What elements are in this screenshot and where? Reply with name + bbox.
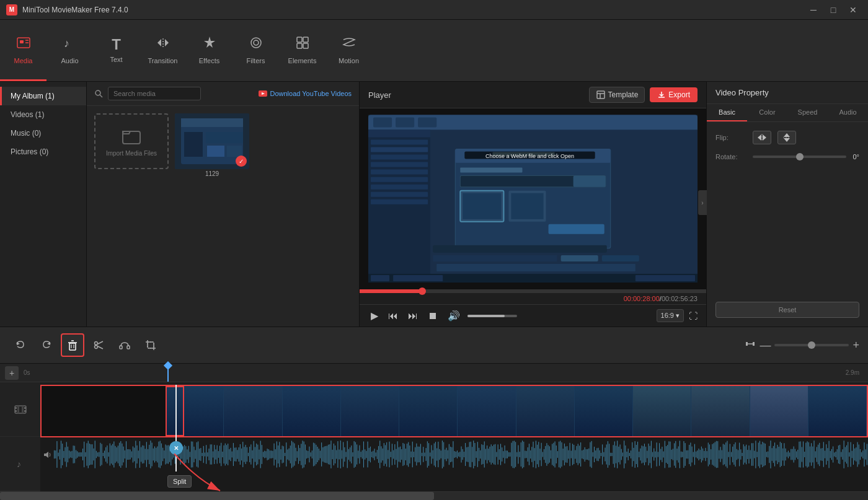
svg-rect-227: [219, 445, 220, 463]
media-item-1129[interactable]: ✓ 1129: [175, 113, 249, 319]
svg-rect-538: [642, 445, 642, 463]
svg-rect-509: [602, 444, 603, 464]
property-tab-basic[interactable]: Basic: [707, 104, 747, 121]
svg-rect-115: [68, 447, 68, 462]
crop-button[interactable]: [139, 333, 162, 357]
playhead[interactable]: [167, 364, 169, 382]
svg-rect-435: [502, 447, 502, 462]
svg-rect-644: [786, 449, 786, 460]
scissors-button[interactable]: [87, 333, 110, 357]
reset-button[interactable]: Reset: [715, 302, 859, 318]
svg-rect-547: [653, 449, 654, 461]
template-button[interactable]: Template: [589, 87, 645, 103]
minimize-button[interactable]: ─: [805, 4, 822, 16]
sidebar: My Album (1) Videos (1) Music (0) Pictur…: [0, 82, 87, 327]
toolbar-audio[interactable]: ♪ Audio: [46, 20, 93, 81]
svg-rect-289: [304, 442, 304, 468]
export-icon: [657, 90, 666, 99]
sidebar-item-videos[interactable]: Videos (1): [0, 105, 86, 124]
svg-rect-328: [356, 444, 357, 464]
search-input[interactable]: [108, 87, 201, 100]
add-track-button[interactable]: +: [5, 366, 19, 380]
svg-rect-344: [378, 446, 379, 463]
svg-rect-536: [639, 452, 639, 457]
zoom-fit-button[interactable]: [745, 338, 756, 353]
toolbar-media[interactable]: Media: [0, 20, 46, 81]
sidebar-item-myalbum[interactable]: My Album (1): [0, 87, 86, 105]
toolbar-transition[interactable]: Transition: [140, 20, 186, 81]
zoom-in-button[interactable]: +: [852, 339, 859, 352]
redo-button[interactable]: [35, 333, 58, 357]
property-tab-speed[interactable]: Speed: [787, 104, 828, 121]
svg-rect-689: [846, 445, 847, 464]
svg-rect-63: [602, 255, 639, 261]
collapse-panel-button[interactable]: ›: [698, 190, 707, 215]
toolbar-elements[interactable]: Elements: [279, 20, 326, 81]
volume-slider[interactable]: [467, 315, 517, 317]
property-tab-audio[interactable]: Audio: [828, 104, 868, 121]
import-media-item[interactable]: Import Media Files: [94, 113, 169, 319]
svg-rect-394: [446, 448, 446, 462]
toolbar-text[interactable]: T Text: [93, 20, 140, 81]
svg-rect-229: [222, 452, 223, 457]
import-media-box[interactable]: Import Media Files: [94, 113, 169, 169]
svg-rect-531: [632, 442, 632, 467]
svg-rect-450: [522, 441, 523, 468]
next-button[interactable]: ⏭: [405, 309, 420, 323]
play-button[interactable]: ▶: [368, 309, 381, 323]
player-progress[interactable]: [360, 289, 706, 293]
sidebar-item-videos-label: Videos (1): [11, 110, 44, 119]
svg-rect-152: [118, 445, 118, 463]
timeline-scrollbar[interactable]: [0, 491, 868, 500]
rotate-label: Rotate:: [715, 153, 746, 160]
close-button[interactable]: ✕: [844, 4, 862, 16]
svg-rect-522: [620, 444, 621, 464]
svg-rect-507: [600, 450, 600, 458]
svg-rect-330: [359, 445, 360, 464]
svg-rect-369: [412, 442, 413, 467]
export-button[interactable]: Export: [650, 87, 698, 102]
scrollbar-thumb[interactable]: [0, 492, 434, 500]
svg-rect-397: [450, 447, 451, 462]
flip-horizontal-button[interactable]: [753, 131, 771, 144]
headphones-button[interactable]: [113, 333, 136, 357]
svg-rect-585: [705, 448, 706, 461]
sidebar-item-music[interactable]: Music (0): [0, 124, 86, 143]
svg-rect-508: [601, 453, 601, 456]
svg-text:Choose a WebM file and click O: Choose a WebM file and click Open: [485, 153, 574, 159]
svg-rect-691: [849, 452, 849, 457]
toolbar-motion[interactable]: Motion: [326, 20, 372, 81]
zoom-out-button[interactable]: —: [760, 339, 771, 352]
svg-rect-118: [71, 451, 72, 458]
undo-button[interactable]: [9, 333, 32, 357]
toolbar-effects[interactable]: Effects: [186, 20, 232, 81]
svg-rect-467: [545, 446, 546, 463]
aspect-ratio-select[interactable]: 16:9 ▾: [657, 309, 684, 322]
prev-button[interactable]: ⏮: [386, 309, 401, 323]
svg-rect-131: [89, 444, 90, 465]
svg-rect-652: [796, 451, 797, 457]
svg-rect-371: [415, 447, 415, 462]
svg-rect-269: [277, 441, 277, 467]
download-youtube-button[interactable]: Download YouTube Videos: [258, 89, 352, 99]
delete-button[interactable]: [61, 333, 84, 357]
stop-button[interactable]: ⏹: [425, 309, 440, 323]
flip-vertical-button[interactable]: [777, 131, 796, 144]
video-track[interactable]: [40, 385, 868, 437]
zoom-slider[interactable]: [774, 344, 849, 346]
fullscreen-button[interactable]: ⛶: [689, 311, 698, 321]
toolbar-filters[interactable]: Filters: [232, 20, 279, 81]
volume-icon[interactable]: 🔊: [445, 309, 463, 323]
svg-rect-656: [802, 447, 802, 462]
rotate-slider[interactable]: [753, 156, 846, 158]
svg-rect-570: [685, 443, 686, 466]
svg-rect-151: [117, 447, 117, 462]
svg-rect-649: [792, 449, 792, 460]
svg-rect-650: [794, 446, 794, 462]
svg-rect-448: [520, 452, 520, 457]
sidebar-item-pictures[interactable]: Pictures (0): [0, 143, 86, 161]
svg-rect-599: [724, 445, 725, 465]
property-tab-color[interactable]: Color: [747, 104, 787, 121]
svg-point-81: [95, 346, 98, 349]
maximize-button[interactable]: □: [825, 4, 842, 16]
